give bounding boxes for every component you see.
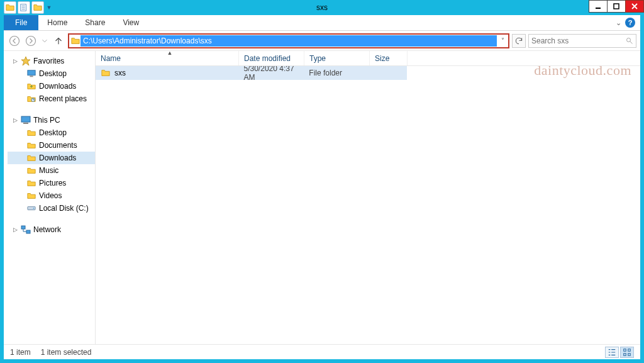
svg-point-4 bbox=[627, 38, 631, 42]
view-icons-button[interactable] bbox=[620, 347, 634, 358]
item-date: 5/30/2020 4:37 AM bbox=[239, 66, 304, 82]
column-headers: Name Date modified Type Size bbox=[96, 51, 640, 66]
documents-icon bbox=[26, 140, 36, 150]
sidebar-item-desktop-pc[interactable]: Desktop bbox=[8, 126, 95, 139]
pictures-icon bbox=[26, 178, 36, 188]
svg-rect-6 bbox=[30, 76, 33, 77]
item-name: sxs bbox=[114, 69, 126, 77]
qat-properties-icon[interactable] bbox=[18, 1, 30, 14]
star-icon bbox=[21, 56, 31, 66]
svg-rect-14 bbox=[624, 349, 626, 351]
svg-rect-17 bbox=[628, 353, 631, 355]
sidebar-item-recent[interactable]: Recent places bbox=[8, 92, 95, 105]
desktop-icon bbox=[26, 69, 36, 79]
svg-rect-12 bbox=[21, 226, 25, 229]
view-details-button[interactable] bbox=[605, 347, 619, 358]
svg-rect-5 bbox=[28, 70, 35, 75]
status-selected: 1 item selected bbox=[41, 348, 92, 357]
ribbon: File Home Share View ⌄ ? bbox=[4, 15, 640, 31]
svg-point-2 bbox=[10, 36, 19, 45]
sidebar-network-label: Network bbox=[33, 225, 61, 234]
explorer-window: ▼ sxs File Home Share View ⌄ ? bbox=[0, 0, 644, 363]
computer-icon bbox=[21, 115, 31, 125]
item-type: File folder bbox=[304, 69, 369, 77]
downloads-icon bbox=[26, 81, 36, 91]
list-item[interactable]: sxs 5/30/2020 4:37 AM File folder bbox=[96, 66, 407, 80]
expand-icon: ▷ bbox=[13, 118, 18, 123]
minimize-button[interactable] bbox=[589, 0, 608, 13]
forward-button[interactable] bbox=[24, 34, 38, 48]
qat-folder-icon[interactable] bbox=[4, 1, 16, 14]
close-button[interactable] bbox=[625, 0, 644, 13]
desktop-icon bbox=[26, 128, 36, 138]
sidebar-network[interactable]: ▷ Network bbox=[8, 223, 95, 236]
status-count: 1 item bbox=[10, 348, 31, 357]
svg-rect-15 bbox=[628, 349, 631, 351]
sidebar-favorites-label: Favorites bbox=[33, 57, 64, 65]
folder-icon bbox=[101, 68, 111, 78]
sidebar-thispc-label: This PC bbox=[33, 116, 60, 125]
titlebar: ▼ sxs bbox=[0, 0, 644, 15]
qat-dropdown-icon[interactable]: ▼ bbox=[45, 4, 53, 11]
file-list: ▲ Name Date modified Type Size sxs 5/30/… bbox=[96, 51, 640, 344]
svg-rect-9 bbox=[23, 123, 28, 124]
nav-row: ˅ bbox=[4, 31, 640, 51]
videos-icon bbox=[26, 191, 36, 201]
refresh-button[interactable] bbox=[512, 34, 526, 48]
ribbon-collapse-icon[interactable]: ⌄ bbox=[616, 19, 621, 27]
status-bar: 1 item 1 item selected bbox=[4, 344, 640, 359]
sidebar-item-music[interactable]: Music bbox=[8, 164, 95, 177]
quick-access-toolbar: ▼ bbox=[4, 0, 53, 15]
svg-rect-1 bbox=[614, 4, 619, 9]
svg-rect-16 bbox=[624, 353, 626, 355]
sidebar-item-documents[interactable]: Documents bbox=[8, 139, 95, 152]
col-date[interactable]: Date modified bbox=[239, 51, 304, 65]
qat-new-folder-icon[interactable] bbox=[31, 1, 44, 14]
sidebar-item-videos[interactable]: Videos bbox=[8, 189, 95, 202]
search-box[interactable] bbox=[528, 34, 636, 48]
svg-point-11 bbox=[33, 208, 35, 209]
window-title: sxs bbox=[316, 3, 328, 12]
music-icon bbox=[26, 165, 36, 176]
folder-icon bbox=[70, 36, 80, 46]
maximize-button[interactable] bbox=[607, 0, 626, 13]
back-button[interactable] bbox=[8, 34, 21, 48]
search-icon bbox=[626, 36, 633, 45]
tab-file[interactable]: File bbox=[4, 15, 38, 30]
expand-icon: ▷ bbox=[13, 227, 18, 233]
address-input[interactable] bbox=[80, 35, 497, 47]
svg-point-3 bbox=[26, 36, 36, 45]
svg-rect-8 bbox=[21, 116, 30, 122]
sidebar-favorites[interactable]: ▷ Favorites bbox=[8, 55, 95, 67]
network-icon bbox=[21, 225, 31, 235]
tab-home[interactable]: Home bbox=[38, 15, 76, 30]
sidebar-item-localdisk[interactable]: Local Disk (C:) bbox=[8, 202, 95, 215]
col-size[interactable]: Size bbox=[370, 51, 408, 65]
expand-icon: ▷ bbox=[13, 59, 18, 64]
svg-rect-13 bbox=[26, 230, 30, 233]
help-icon[interactable]: ? bbox=[625, 18, 635, 28]
sidebar-item-desktop[interactable]: Desktop bbox=[8, 67, 95, 80]
navigation-pane: ▷ Favorites Desktop Downloads Recent pla… bbox=[4, 51, 96, 344]
recent-locations-button[interactable] bbox=[40, 34, 49, 48]
sidebar-item-downloads-fav[interactable]: Downloads bbox=[8, 80, 95, 92]
downloads-icon bbox=[26, 153, 36, 163]
col-type[interactable]: Type bbox=[304, 51, 370, 65]
disk-icon bbox=[26, 203, 36, 213]
tab-view[interactable]: View bbox=[114, 15, 148, 30]
recent-icon bbox=[26, 94, 36, 104]
address-dropdown-icon[interactable]: ˅ bbox=[497, 37, 508, 44]
sidebar-thispc[interactable]: ▷ This PC bbox=[8, 114, 95, 126]
sidebar-item-downloads[interactable]: Downloads bbox=[8, 152, 95, 164]
up-button[interactable] bbox=[52, 34, 65, 48]
tab-share[interactable]: Share bbox=[76, 15, 114, 30]
address-bar[interactable]: ˅ bbox=[68, 33, 509, 48]
sidebar-item-pictures[interactable]: Pictures bbox=[8, 177, 95, 189]
search-input[interactable] bbox=[531, 36, 626, 45]
sort-asc-icon: ▲ bbox=[167, 50, 173, 56]
